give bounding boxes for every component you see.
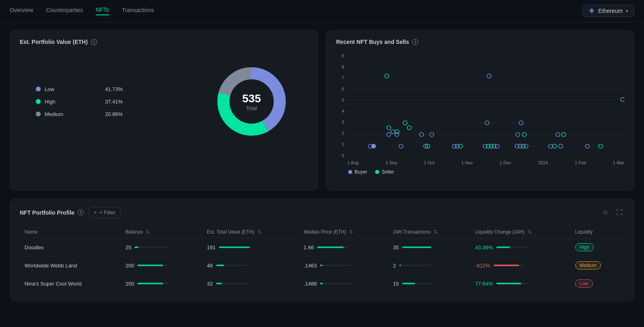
portfolio-info-icon[interactable]: i — [91, 39, 97, 45]
y-label-1: 1 — [342, 142, 344, 147]
y-label-6: 6 — [342, 87, 344, 91]
tab-nfts[interactable]: NFTs — [96, 6, 109, 15]
chart-with-axis: 9 8 7 6 5 4 3 2 1 0 — [336, 53, 624, 158]
cell-balance: 200 — [121, 257, 202, 275]
cell-24h-tx: 35 — [388, 238, 471, 257]
est-total-value: 48 — [207, 263, 213, 269]
tx-fill — [402, 283, 415, 284]
filter-button[interactable]: + + Filter — [89, 207, 121, 218]
expand-button[interactable]: ⛶ — [615, 207, 624, 218]
recent-buys-sells-card: Recent NFT Buys and Sells i 9 8 7 6 5 4 … — [326, 30, 634, 190]
portfolio-body: Low 41.73% High 37.41% Medium 20.86% — [20, 53, 308, 150]
sort-icon: ⇅ — [146, 229, 150, 235]
tx-value: 15 — [393, 281, 399, 287]
col-name[interactable]: Name — [20, 226, 121, 238]
x-label-sep: 1 Sep — [386, 160, 397, 165]
tab-transactions[interactable]: Transactions — [122, 7, 154, 15]
sort-icon: ⇅ — [433, 229, 438, 235]
col-est-total[interactable]: Est. Total Value (ETH) ⇅ — [202, 226, 299, 238]
chart-legend: Buyer Seller — [336, 169, 624, 175]
buys-sells-title: Recent NFT Buys and Sells i — [336, 39, 624, 45]
liquidity-badge: Medium — [575, 261, 601, 269]
x-label-dec: 1 Dec — [500, 160, 512, 165]
seller-label: Seller — [382, 169, 394, 175]
y-label-9: 9 — [342, 53, 344, 58]
median-bar — [320, 265, 352, 266]
median-fill — [317, 246, 344, 248]
tx-bar — [402, 246, 434, 248]
top-nav: Overview Counterparties NFTs Transaction… — [0, 0, 644, 22]
bottom-actions: ☆ ⛶ — [601, 207, 624, 218]
balance-value: 200 — [126, 263, 134, 269]
est-total-fill — [216, 283, 222, 284]
y-axis: 9 8 7 6 5 4 3 2 1 0 — [336, 53, 346, 158]
median-value: 1.66 — [304, 244, 314, 250]
col-median[interactable]: Median Price (ETH) ⇅ — [299, 226, 388, 238]
scatter-dot — [407, 126, 411, 130]
y-label-0: 0 — [342, 153, 344, 158]
legend-low: Low 41.73% — [36, 86, 123, 92]
col-balance[interactable]: Balance ⇅ — [121, 226, 202, 238]
y-label-2: 2 — [342, 131, 344, 136]
cell-24h-tx: 2 — [388, 257, 471, 275]
x-label-feb: 1 Feb — [575, 160, 586, 165]
cell-liquidity: Medium — [570, 257, 624, 275]
tx-bar — [399, 265, 431, 266]
cell-est-total: 191 — [202, 238, 299, 257]
network-selector[interactable]: Ethereum ▾ — [582, 5, 634, 17]
col-liq-change[interactable]: Liquidity Change (24H) ⇅ — [470, 226, 570, 238]
tab-overview[interactable]: Overview — [10, 7, 33, 15]
scatter-dot — [395, 130, 399, 134]
balance-value: 25 — [126, 244, 131, 250]
portfolio-value-title: Est. Portfolio Value (ETH) i — [20, 39, 308, 45]
nft-table-body: Doodles 25 191 1.66 — [20, 238, 624, 293]
tx-value: 2 — [393, 263, 396, 269]
cell-liquidity: High — [570, 238, 624, 257]
balance-fill — [137, 283, 163, 284]
col-24h-tx[interactable]: 24H Transactions ⇅ — [388, 226, 471, 238]
nav-tabs: Overview Counterparties NFTs Transaction… — [10, 6, 154, 15]
x-label-2024: 2024 — [538, 160, 548, 165]
portfolio-legend: Low 41.73% High 37.41% Medium 20.86% — [36, 86, 123, 117]
legend-seller: Seller — [375, 169, 394, 175]
table-row: Worldwide Webb Land 200 48 .1463 — [20, 257, 624, 275]
tab-counterparties[interactable]: Counterparties — [46, 7, 83, 15]
x-label-nov: 1 Nov — [461, 160, 473, 165]
est-total-value: 191 — [207, 244, 216, 250]
liquidity-badge: Low — [575, 279, 593, 288]
cell-median: 1.66 — [299, 238, 388, 257]
cell-liq-change: -812% — [470, 257, 570, 275]
balance-fill — [134, 246, 138, 248]
legend-label-medium: Medium — [45, 111, 69, 117]
star-button[interactable]: ☆ — [601, 207, 610, 218]
filter-label: + Filter — [99, 209, 116, 215]
nft-portfolio-info-icon[interactable]: i — [78, 209, 84, 215]
seller-dot — [375, 170, 379, 174]
buys-sells-info-icon[interactable]: i — [412, 39, 418, 45]
liq-change-fill — [496, 246, 510, 248]
cell-balance: 25 — [121, 238, 202, 257]
tx-bar — [402, 283, 434, 284]
legend-dot-high — [36, 99, 41, 104]
cell-name: Worldwide Webb Land — [20, 257, 121, 275]
cell-liq-change: 77.64% — [470, 275, 570, 293]
donut-chart: 535 Total — [211, 61, 292, 142]
x-label-mar: 1 Mar — [613, 160, 624, 165]
liq-change-fill — [496, 283, 521, 284]
legend-label-high: High — [45, 99, 69, 105]
balance-bar — [137, 283, 169, 284]
cell-est-total: 32 — [202, 275, 299, 293]
est-total-bar — [216, 265, 248, 266]
chart-area: 9 8 7 6 5 4 3 2 1 0 — [336, 53, 624, 182]
nft-portfolio-title: NFT Portfolio Profile i — [20, 209, 84, 216]
scatter-dot — [385, 74, 389, 78]
x-axis-labels: 1 Aug 1 Sep 1 Oct 1 Nov 1 Dec 2024 1 Feb… — [336, 160, 624, 165]
legend-label-low: Low — [45, 86, 69, 92]
balance-value: 200 — [126, 281, 134, 287]
y-label-7: 7 — [342, 75, 344, 80]
liq-change-bar — [496, 283, 528, 284]
top-row: Est. Portfolio Value (ETH) i Low 41.73% … — [10, 30, 634, 190]
col-liquidity[interactable]: Liquidity — [570, 226, 624, 238]
liq-change-bar — [493, 265, 526, 266]
cell-est-total: 48 — [202, 257, 299, 275]
